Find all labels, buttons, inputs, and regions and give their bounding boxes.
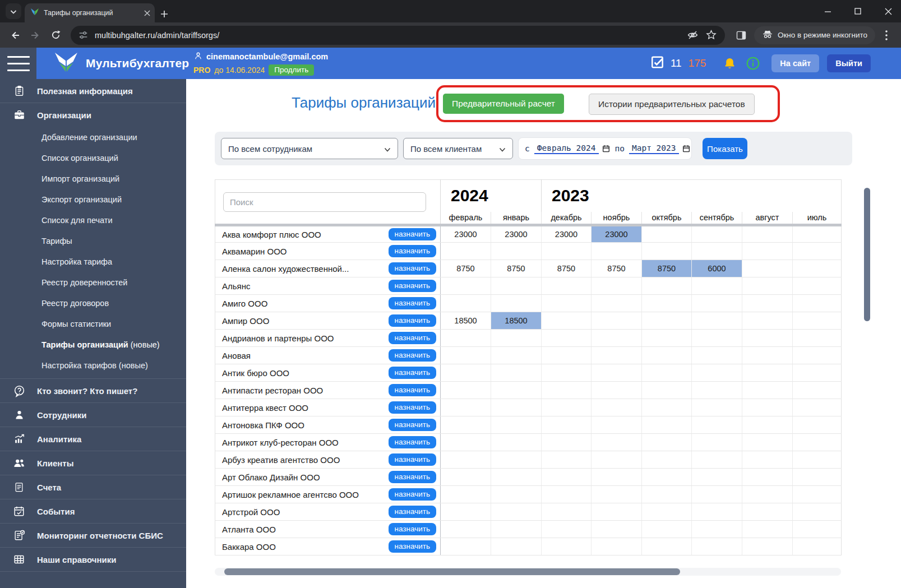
calendar-picker-icon[interactable] <box>682 144 691 153</box>
tariff-cell[interactable] <box>692 347 742 364</box>
eye-off-icon[interactable] <box>687 29 699 41</box>
sidebar-item[interactable]: Кто звонит? Кто пишет? <box>0 379 186 402</box>
sidebar-subitem[interactable]: Импорт организаций <box>0 168 186 189</box>
site-settings-tune-icon[interactable] <box>78 30 88 40</box>
tariff-cell[interactable] <box>742 364 793 382</box>
counter-secondary[interactable]: 175 <box>689 57 706 70</box>
tariff-cell[interactable] <box>441 295 491 312</box>
assign-button[interactable]: назначить <box>389 228 436 240</box>
tariff-cell[interactable] <box>742 225 793 243</box>
tariff-cell[interactable] <box>742 382 793 399</box>
tariff-cell[interactable] <box>642 469 692 486</box>
assign-button[interactable]: назначить <box>389 488 436 501</box>
sidebar-item[interactable]: Клиенты <box>0 451 186 475</box>
assign-button[interactable]: назначить <box>389 314 436 327</box>
assign-button[interactable]: назначить <box>389 540 436 553</box>
tariff-cell[interactable] <box>592 277 642 295</box>
tariff-cell[interactable] <box>542 503 592 521</box>
tariff-cell[interactable] <box>441 434 491 451</box>
assign-button[interactable]: назначить <box>389 297 436 309</box>
tariff-cell[interactable]: 8750 <box>592 260 642 277</box>
tariff-cell[interactable] <box>793 225 842 243</box>
reload-button[interactable] <box>47 27 64 44</box>
tariff-cell[interactable] <box>692 521 742 538</box>
assign-button[interactable]: назначить <box>389 349 436 362</box>
tariff-cell[interactable] <box>692 364 742 382</box>
tariff-cell[interactable] <box>542 312 592 330</box>
tariff-cell[interactable] <box>441 277 491 295</box>
tariff-cell[interactable] <box>642 225 692 243</box>
sidebar-subitem[interactable]: Настройка тарифов (новые) <box>0 355 186 376</box>
vertical-scrollbar-thumb[interactable] <box>864 188 870 321</box>
assign-button[interactable]: назначить <box>389 245 436 257</box>
tariff-cell[interactable] <box>793 330 842 347</box>
tariff-cell[interactable] <box>642 521 692 538</box>
tariff-cell[interactable] <box>793 382 842 399</box>
tariff-cell[interactable] <box>742 538 793 555</box>
tariff-cell[interactable] <box>793 347 842 364</box>
tariff-cell[interactable] <box>742 277 793 295</box>
tariff-cell[interactable] <box>793 243 842 260</box>
minimize-button[interactable] <box>823 8 833 15</box>
tariff-cell[interactable] <box>742 295 793 312</box>
tariff-cell[interactable] <box>642 416 692 434</box>
tariff-cell[interactable] <box>491 434 542 451</box>
user-email[interactable]: cinemanoctambule@gmail.com <box>206 52 328 61</box>
tariff-cell[interactable] <box>441 486 491 503</box>
sidebar-item[interactable]: Полезная информация <box>0 79 186 103</box>
tariff-cell[interactable]: 8750 <box>542 260 592 277</box>
tariff-cell[interactable] <box>793 364 842 382</box>
to-site-button[interactable]: На сайт <box>771 54 819 72</box>
tariff-cell[interactable] <box>491 503 542 521</box>
tariff-cell[interactable] <box>793 434 842 451</box>
tariff-cell[interactable] <box>642 434 692 451</box>
tariff-cell[interactable] <box>692 538 742 555</box>
tariff-cell[interactable] <box>491 243 542 260</box>
tariff-cell[interactable] <box>742 243 793 260</box>
tariff-cell[interactable] <box>491 521 542 538</box>
tariff-cell[interactable] <box>592 486 642 503</box>
date-from-input[interactable]: Февраль 2024 <box>534 143 599 154</box>
tariff-cell[interactable] <box>542 399 592 416</box>
tariff-cell[interactable] <box>592 364 642 382</box>
tariff-cell[interactable] <box>542 364 592 382</box>
tariff-cell[interactable] <box>491 347 542 364</box>
tariff-cell[interactable] <box>793 469 842 486</box>
tariff-cell[interactable]: 18500 <box>491 312 542 330</box>
tariff-cell[interactable] <box>742 312 793 330</box>
preliminary-calc-button[interactable]: Предварительный расчет <box>443 94 564 114</box>
tariff-cell[interactable] <box>793 260 842 277</box>
tariff-cell[interactable] <box>742 486 793 503</box>
sidebar-item[interactable]: Счета <box>0 475 186 499</box>
assign-button[interactable]: назначить <box>389 367 436 379</box>
tariff-cell[interactable]: 8750 <box>441 260 491 277</box>
bookmark-star-icon[interactable] <box>705 29 717 41</box>
tariff-cell[interactable] <box>542 486 592 503</box>
show-button[interactable]: Показать <box>703 138 747 159</box>
tariff-cell[interactable] <box>441 503 491 521</box>
tariff-cell[interactable] <box>542 451 592 469</box>
tariff-cell[interactable] <box>742 503 793 521</box>
tariff-cell[interactable] <box>592 469 642 486</box>
calendar-picker-icon[interactable] <box>602 144 611 153</box>
tariff-cell[interactable] <box>793 312 842 330</box>
back-button[interactable] <box>7 27 24 44</box>
forward-button[interactable] <box>27 27 44 44</box>
tariff-cell[interactable] <box>692 312 742 330</box>
tariff-cell[interactable] <box>642 538 692 555</box>
tariff-cell[interactable] <box>592 538 642 555</box>
tariff-cell[interactable] <box>692 243 742 260</box>
tariff-cell[interactable] <box>793 451 842 469</box>
tariff-cell[interactable]: 23000 <box>542 225 592 243</box>
assign-button[interactable]: назначить <box>389 401 436 414</box>
tariff-cell[interactable]: 23000 <box>592 225 642 243</box>
tariff-cell[interactable] <box>542 521 592 538</box>
assign-button[interactable]: назначить <box>389 262 436 275</box>
tariff-cell[interactable] <box>642 364 692 382</box>
sidebar-subitem[interactable]: Реестр доверенностей <box>0 272 186 293</box>
horizontal-scrollbar-thumb[interactable] <box>224 568 680 575</box>
url-text[interactable]: multibuhgalter.ru/admin/tariffsorgs/ <box>95 31 680 40</box>
sidebar-subitem[interactable]: Экспорт организаций <box>0 189 186 210</box>
tariff-cell[interactable] <box>793 416 842 434</box>
tariff-cell[interactable]: 23000 <box>491 225 542 243</box>
